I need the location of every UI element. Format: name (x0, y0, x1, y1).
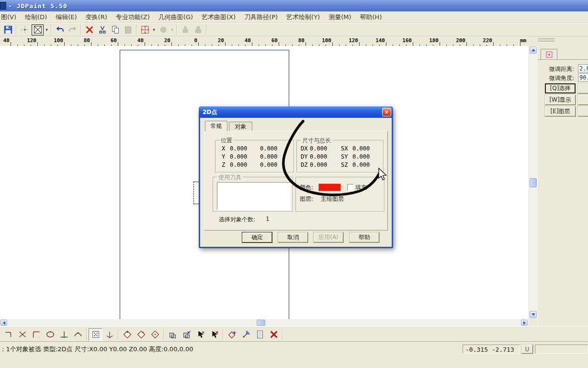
ruler-label: 60 (260, 37, 278, 44)
ok-button[interactable]: 确定 (242, 232, 272, 242)
color-swatch[interactable] (318, 184, 341, 191)
perpendicular-tool-icon[interactable] (57, 328, 71, 341)
status-message: : 1个对象被选 类型:2D点 尺寸:X0.00 Y0.00 Z0.00 高度:… (2, 345, 193, 354)
value-1: 0.000 (230, 153, 247, 160)
toolbar-separator (176, 24, 177, 35)
toolbar-separator (16, 24, 17, 35)
select-box-icon[interactable] (31, 24, 44, 36)
undo-icon[interactable] (53, 24, 66, 36)
corner-tool-icon[interactable] (1, 328, 15, 341)
horizontal-scrollbar[interactable] (0, 319, 529, 326)
apply-button[interactable]: 应用(A) (314, 232, 343, 242)
menu-item-8[interactable]: 艺术绘制(Y) (282, 12, 324, 23)
dropdown-arrow-icon[interactable]: ▾ (151, 24, 157, 36)
paste-icon[interactable] (122, 24, 135, 36)
tool-listbox[interactable] (217, 182, 291, 210)
scroll-up-button[interactable] (530, 46, 537, 54)
vertical-scroll-thumb[interactable] (530, 178, 537, 187)
d-value: 0.000 (310, 153, 327, 160)
cancel-button[interactable]: 取消 (278, 232, 308, 242)
shape-icon[interactable] (157, 24, 170, 36)
object-list-tool-icon[interactable] (253, 328, 267, 341)
s-label: SZ (341, 161, 348, 168)
grid-point-tool-icon[interactable] (89, 328, 102, 341)
ellipse-tool-icon[interactable] (43, 328, 57, 341)
display-mode-button[interactable]: [W]显示 (545, 95, 576, 105)
d-label: DY (301, 153, 307, 160)
fill-label: 填充 (355, 184, 367, 192)
menu-item-9[interactable]: 测量(M) (324, 12, 355, 23)
delete-object-tool-icon[interactable] (267, 328, 281, 341)
axes-tool-icon[interactable] (102, 328, 116, 341)
toolbar-separator (163, 329, 164, 340)
unit-toggle-button[interactable]: U (521, 345, 533, 354)
s-label: SY (341, 153, 348, 160)
redo-icon[interactable] (66, 24, 79, 36)
panel-tab-selection[interactable] (541, 49, 557, 60)
toolbar-separator (282, 329, 283, 340)
layer-mode-button-right[interactable]: [Y (578, 106, 588, 116)
cut-icon[interactable] (96, 24, 109, 36)
transform-icon[interactable] (138, 24, 151, 36)
nudge-distance-label: 微调距离: (549, 65, 574, 73)
menu-item-1[interactable]: 绘制(D) (21, 12, 51, 23)
nudge-angle-input[interactable]: 90.0 (578, 73, 588, 81)
panel-splitter[interactable] (538, 38, 554, 43)
menu-item-0[interactable]: 图(V) (0, 12, 21, 23)
arrow-left-icon (3, 321, 5, 325)
tangent-tool-icon[interactable] (71, 328, 85, 341)
crosshair-icon[interactable] (18, 24, 31, 36)
snap-arrow-tool-icon[interactable] (239, 328, 253, 341)
stamp-a-icon[interactable] (179, 24, 192, 36)
save-icon[interactable] (1, 24, 14, 36)
stack-tool-2-icon[interactable] (180, 328, 193, 341)
dropdown-arrow-icon[interactable]: ▾ (170, 24, 175, 36)
select-mode-button[interactable]: [Q]选择 (545, 83, 576, 93)
menu-item-5[interactable]: 几何曲面(G) (154, 12, 197, 23)
pick-delete-tool-icon[interactable] (207, 328, 221, 341)
tab-general[interactable]: 常规 (205, 121, 227, 131)
ruler-label: 200 (448, 37, 465, 44)
close-button[interactable]: ✕ (382, 108, 391, 116)
ruler-label: 80 (73, 37, 90, 44)
attributes-group: 颜色: 填充 图层: 主绘图层 (295, 177, 384, 212)
fillet-tool-icon[interactable] (29, 328, 43, 341)
vertical-scrollbar[interactable] (529, 46, 537, 319)
copy-icon[interactable] (109, 24, 122, 36)
horizontal-scroll-thumb[interactable] (257, 320, 265, 326)
menu-item-4[interactable]: 专业功能(Z) (112, 12, 154, 23)
toolbar-separator (86, 329, 87, 340)
app-icon (0, 2, 6, 10)
scroll-down-button[interactable] (530, 311, 537, 318)
dropdown-arrow-icon[interactable]: ▾ (44, 24, 49, 36)
delete-icon[interactable] (83, 24, 96, 36)
menu-item-7[interactable]: 刀具路径(P) (240, 12, 282, 23)
scroll-right-button[interactable] (521, 320, 528, 326)
d-label: DX (301, 145, 307, 152)
face-tool-2-icon[interactable] (134, 328, 148, 341)
menu-item-3[interactable]: 变换(R) (81, 12, 112, 23)
nudge-distance-input[interactable]: 2.00 (578, 64, 588, 72)
layer-mode-button[interactable]: [E]图层 (545, 106, 576, 116)
help-button[interactable]: 帮助 (350, 232, 379, 242)
tab-object[interactable]: 对象 (229, 122, 252, 131)
fill-checkbox[interactable] (347, 184, 354, 191)
stack-tool-1-icon[interactable] (166, 328, 180, 341)
color-label: 颜色: (300, 184, 313, 192)
scroll-left-button[interactable] (0, 320, 7, 326)
select-mode-button-right[interactable]: [R (578, 83, 588, 93)
menu-item-2[interactable]: 编辑(E) (51, 12, 81, 23)
menu-item-6[interactable]: 艺术曲面(X) (197, 12, 240, 23)
pick-x-tool-icon[interactable] (193, 328, 207, 341)
move-points-tool-icon[interactable] (225, 328, 239, 341)
display-mode-button-right[interactable]: [T (578, 95, 588, 105)
stamp-b-icon[interactable] (192, 24, 204, 36)
face-tool-3-icon[interactable] (148, 328, 162, 341)
menu-item-10[interactable]: 帮助(H) (356, 12, 386, 23)
trim-tool-icon[interactable] (15, 328, 29, 341)
ruler-unit-label: mm (520, 37, 526, 44)
face-tool-1-icon[interactable] (120, 328, 134, 341)
dialog-title-bar[interactable]: 2D点 ✕ (199, 106, 393, 118)
scrollbar-corner (529, 319, 537, 326)
ruler-label: 160 (395, 37, 412, 44)
